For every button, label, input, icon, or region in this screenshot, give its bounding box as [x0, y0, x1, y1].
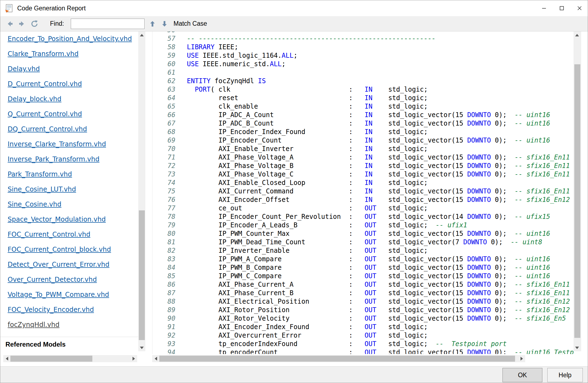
line-number: 56 — [152, 31, 175, 34]
code-line: 87 AXI_Phase_Current_B : OUT std_logic_v… — [152, 289, 574, 297]
referenced-models-section: Referenced Models — [0, 337, 138, 351]
line-number: 89 — [152, 306, 175, 314]
line-number: 59 — [152, 51, 175, 60]
back-button[interactable] — [5, 19, 14, 28]
line-number: 78 — [152, 213, 175, 221]
window-title: Code Generation Report — [17, 0, 86, 16]
line-number: 84 — [152, 263, 175, 272]
sidebar-file-link[interactable]: Sine_Cosine.vhd — [0, 197, 138, 212]
scroll-up-arrow-icon[interactable] — [138, 31, 145, 39]
code-line: 64 reset : IN std_logic; — [152, 94, 574, 102]
forward-button[interactable] — [17, 19, 27, 28]
code-line: 68 IP_Encoder_Index_Found : IN std_logic… — [152, 128, 574, 136]
code-line: 76 AXI_Encoder_Offset : IN std_logic_vec… — [152, 196, 574, 204]
code-line: 65 clk_enable : IN std_logic; — [152, 102, 574, 111]
sidebar-vertical-scrollbar[interactable] — [138, 31, 145, 351]
ok-button[interactable]: OK — [502, 368, 542, 382]
line-number: 93 — [152, 340, 175, 348]
find-label: Find: — [50, 16, 64, 31]
close-button[interactable] — [571, 0, 588, 16]
maximize-button[interactable] — [553, 0, 571, 16]
code-line: 62ENTITY focZynqHdl IS — [152, 77, 574, 85]
code-vertical-scrollbar[interactable] — [574, 31, 581, 351]
sidebar-scrollbar-thumb[interactable] — [139, 210, 145, 340]
line-number: 79 — [152, 221, 175, 230]
sidebar-file-link[interactable]: Detect_Over_Current_Error.vhd — [0, 257, 138, 272]
line-number: 63 — [152, 85, 175, 94]
scroll-left-arrow-icon[interactable] — [152, 355, 159, 362]
refresh-button[interactable] — [30, 19, 39, 28]
line-number: 68 — [152, 128, 175, 136]
code-line: 88 AXI_Electrical_Position : OUT std_log… — [152, 297, 574, 306]
line-number: 80 — [152, 230, 175, 238]
code-line: 61 — [152, 68, 574, 77]
code-line: 83 IP_PWM_A_Compare : OUT std_logic_vect… — [152, 255, 574, 263]
sidebar-file-link[interactable]: focZynqHdl.vhd — [0, 317, 138, 332]
line-number: 67 — [152, 119, 175, 128]
sidebar-file-link[interactable]: Delay_block.vhd — [0, 92, 138, 107]
line-number: 81 — [152, 238, 175, 246]
sidebar-file-link[interactable]: Space_Vector_Modulation.vhd — [0, 212, 138, 227]
sidebar-file-link[interactable]: Delay.vhd — [0, 62, 138, 77]
code-line: 71 AXI_Phase_Voltage_A : IN std_logic_ve… — [152, 153, 574, 162]
find-next-button[interactable] — [160, 19, 169, 28]
sidebar-file-link[interactable]: D_Current_Control.vhd — [0, 77, 138, 92]
find-toolbar: Find: Match Case — [0, 16, 588, 31]
line-number: 85 — [152, 272, 175, 280]
code-line: 77 ce_out : OUT std_logic; — [152, 204, 574, 213]
sidebar-file-link[interactable]: Voltage_To_PWM_Compare.vhd — [0, 287, 138, 302]
match-case-toggle[interactable]: Match Case — [174, 16, 207, 31]
referenced-models-heading: Referenced Models — [0, 337, 138, 352]
code-generation-report-window: Code Generation Report Find: — [0, 0, 588, 383]
line-number: 76 — [152, 196, 175, 204]
sidebar-hscrollbar-thumb[interactable] — [10, 356, 92, 362]
minimize-button[interactable] — [535, 0, 553, 16]
code-line: 82 IP_Inverter_Enable : OUT std_logic; — [152, 246, 574, 255]
sidebar-file-link[interactable]: Inverse_Clarke_Transform.vhd — [0, 137, 138, 152]
code-line: 63 PORT( clk : IN std_logic; — [152, 85, 574, 94]
sidebar-file-link[interactable]: Inverse_Park_Transform.vhd — [0, 152, 138, 167]
line-number: 77 — [152, 204, 175, 213]
scroll-down-arrow-icon[interactable] — [138, 344, 145, 351]
scroll-down-arrow-icon[interactable] — [574, 344, 581, 351]
sidebar-file-link[interactable]: Encoder_To_Position_And_Velocity.vhd — [0, 31, 138, 47]
code-view: 5657-- ---------------------------------… — [152, 31, 574, 354]
sidebar-file-link[interactable]: Q_Current_Control.vhd — [0, 107, 138, 122]
line-number: 60 — [152, 60, 175, 68]
code-line: 91 AXI_Encoder_Index_Found : OUT std_log… — [152, 323, 574, 331]
scroll-up-arrow-icon[interactable] — [574, 31, 581, 39]
code-line: 74 AXI_Enable_Closed_Loop : IN std_logic… — [152, 179, 574, 187]
sidebar-file-link[interactable]: FOC_Current_Control_block.vhd — [0, 242, 138, 257]
back-arrow-icon — [6, 20, 14, 28]
sidebar-file-link[interactable]: Sine_Cosine_LUT.vhd — [0, 182, 138, 197]
line-number: 61 — [152, 68, 175, 77]
sidebar-file-link[interactable]: FOC_Velocity_Encoder.vhd — [0, 302, 138, 317]
sidebar-file-link[interactable]: FOC_Current_Control.vhd — [0, 227, 138, 242]
find-input[interactable] — [71, 19, 145, 29]
find-previous-button[interactable] — [148, 19, 157, 28]
line-number: 91 — [152, 323, 175, 331]
line-number: 71 — [152, 153, 175, 162]
scroll-right-arrow-icon[interactable] — [518, 355, 525, 362]
code-scrollbar-thumb[interactable] — [574, 64, 580, 338]
line-number: 75 — [152, 187, 175, 196]
sidebar-file-link[interactable]: DQ_Current_Control.vhd — [0, 122, 138, 137]
sidebar-file-link[interactable]: Over_Current_Detector.vhd — [0, 272, 138, 287]
code-line: 79 IP_Encoder_A_Leads_B : OUT std_logic;… — [152, 221, 574, 230]
code-line: 70 AXI_Enable_Inverter : IN std_logic; — [152, 145, 574, 153]
sidebar-file-link[interactable]: Park_Transform.vhd — [0, 167, 138, 182]
line-number: 72 — [152, 162, 175, 170]
code-line: 90 AXI_Rotor_Velocity : OUT std_logic_ve… — [152, 314, 574, 323]
sidebar-file-link[interactable]: Clarke_Transform.vhd — [0, 47, 138, 62]
code-line: 69 IP_Encoder_Count : IN std_logic_vecto… — [152, 136, 574, 145]
scroll-right-arrow-icon[interactable] — [130, 355, 137, 362]
line-number: 57 — [152, 34, 175, 43]
code-horizontal-scrollbar[interactable] — [152, 355, 525, 362]
line-number: 82 — [152, 246, 175, 255]
sidebar-horizontal-scrollbar[interactable] — [3, 355, 137, 362]
line-number: 94 — [152, 348, 175, 354]
code-line: 94 tp_encoderCount : OUT std_logic_vecto… — [152, 348, 574, 354]
help-button[interactable]: Help — [547, 368, 583, 382]
scroll-left-arrow-icon[interactable] — [3, 355, 10, 362]
code-hscrollbar-thumb[interactable] — [159, 356, 515, 362]
